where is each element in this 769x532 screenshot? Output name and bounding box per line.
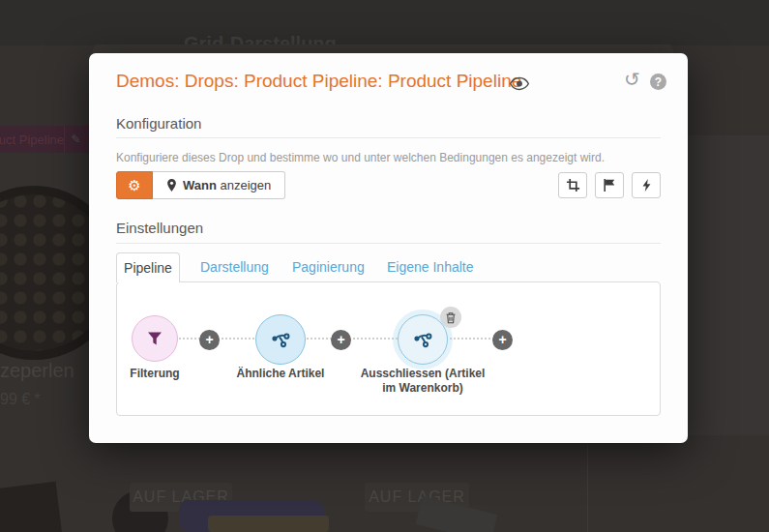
pipeline-panel [116, 281, 661, 416]
background-right-panel [682, 135, 769, 435]
step-label: Ausschliessen (Artikel im Warenkorb) [352, 367, 493, 396]
tab-pipeline[interactable]: Pipeline [116, 252, 180, 282]
drop-config-modal[interactable]: Demos: Drops: Product Pipeline: Product … [89, 53, 688, 443]
delete-step-button[interactable] [440, 307, 461, 328]
background-product-price: 99 € * [0, 391, 41, 408]
tab-paginierung[interactable]: Paginierung [292, 259, 365, 275]
flag-icon [603, 178, 616, 192]
einstellungen-heading: Einstellungen [116, 220, 203, 236]
step-label: Ähnliche Artikel [203, 367, 358, 381]
pipeline-step-aehnliche-artikel[interactable] [255, 314, 306, 365]
gear-icon: ⚙ [128, 177, 140, 194]
divider [116, 137, 661, 138]
crop-button[interactable] [558, 172, 587, 198]
wann-anzeigen-button[interactable]: Wann anzeigen [153, 171, 285, 199]
help-icon[interactable]: ? [650, 74, 666, 90]
background-top-band [0, 0, 769, 45]
screen: Grid-Darstellung Product Pipeline ✎ zepe… [0, 0, 769, 532]
background-product-thumb [0, 482, 64, 532]
trash-icon [445, 311, 457, 324]
background-column-divider [587, 445, 588, 532]
branch-icon [270, 329, 291, 350]
wann-label-rest: anzeigen [221, 178, 272, 192]
divider [116, 243, 661, 244]
pipeline-step-filterung[interactable] [132, 315, 178, 362]
tab-eigene-inhalte[interactable]: Eigene Inhalte [387, 259, 474, 275]
konfiguration-description: Konfiguriere dieses Drop und bestimme wo… [116, 151, 605, 164]
add-step-button[interactable]: + [331, 330, 351, 350]
lightning-bolt-icon [641, 178, 652, 192]
display-condition-button-group: ⚙ Wann anzeigen [116, 171, 285, 199]
wann-label-bold: Wann [183, 178, 217, 192]
tab-darstellung[interactable]: Darstellung [200, 259, 269, 275]
background-product-thumb [208, 516, 329, 532]
funnel-icon [145, 329, 164, 348]
background-banner-title: Product Pipeline [0, 133, 64, 147]
location-pin-icon [166, 178, 177, 192]
actions-button[interactable] [632, 172, 661, 198]
add-step-button[interactable]: + [199, 330, 220, 350]
undo-icon[interactable]: ↺ [624, 70, 640, 89]
modal-title: Demos: Drops: Product Pipeline: Product … [116, 71, 521, 92]
crop-icon [566, 178, 580, 192]
add-step-button[interactable]: + [492, 330, 513, 350]
pencil-icon: ✎ [64, 126, 87, 153]
step-label: Filterung [97, 367, 213, 381]
flag-button[interactable] [595, 172, 624, 198]
settings-gear-button[interactable]: ⚙ [116, 171, 153, 199]
konfiguration-heading: Konfiguration [116, 115, 201, 132]
background-pipeline-banner: Product Pipeline ✎ [0, 126, 89, 153]
background-product-name: zeperlen [0, 360, 74, 382]
eye-icon[interactable] [509, 76, 530, 91]
branch-icon [412, 329, 433, 350]
